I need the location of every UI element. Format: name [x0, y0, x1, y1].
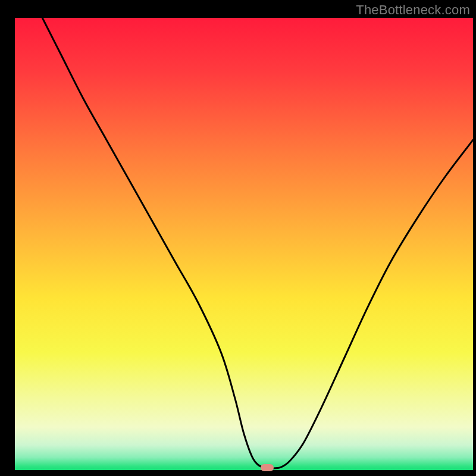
optimal-marker: [261, 464, 274, 471]
chart-stage: TheBottleneck.com: [0, 0, 476, 476]
watermark-text: TheBottleneck.com: [356, 2, 470, 18]
bottleneck-chart: [0, 0, 476, 476]
plot-background: [15, 18, 473, 470]
